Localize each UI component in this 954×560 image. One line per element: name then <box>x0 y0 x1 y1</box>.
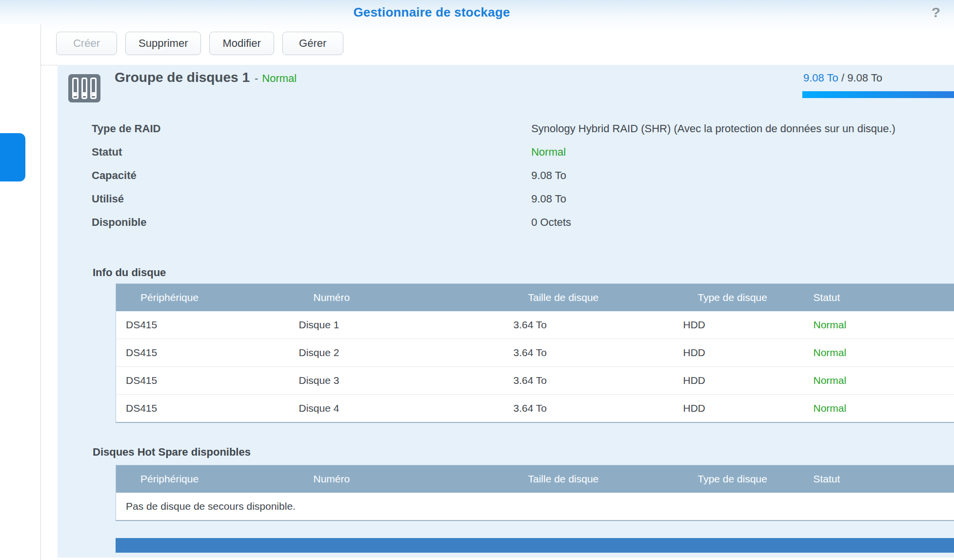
detail-row: Disponible0 Octets <box>92 211 921 234</box>
table-row: DS415Disque 43.64 ToHDDNormal <box>116 395 954 422</box>
help-icon[interactable]: ? <box>932 4 940 20</box>
table-cell: Disque 1 <box>289 311 504 339</box>
table-cell: DS415 <box>116 339 289 367</box>
status-separator: - <box>255 72 258 84</box>
hot-spare-table: PériphériqueNuméroTaille de disqueType d… <box>116 465 954 521</box>
table-cell: Normal <box>804 311 954 339</box>
detail-label: Disponible <box>92 211 531 234</box>
usage-progress-bar <box>802 91 954 98</box>
disk-info-table: PériphériqueNuméroTaille de disqueType d… <box>116 283 954 423</box>
detail-row: Utilisé9.08 To <box>92 187 921 211</box>
disk-group-status: Normal <box>262 72 297 84</box>
create-button[interactable]: Créer <box>56 32 117 55</box>
table-cell: HDD <box>674 311 804 339</box>
table-cell: Disque 2 <box>289 339 504 367</box>
table-cell: Normal <box>804 367 954 395</box>
disk-group-icon <box>68 74 100 102</box>
table-empty-cell: Pas de disque de secours disponible. <box>116 493 954 520</box>
usage-used: 9.08 To <box>803 72 838 84</box>
detail-row: Capacité9.08 To <box>92 164 921 187</box>
detail-value: 0 Octets <box>531 211 921 234</box>
table-cell: HDD <box>674 367 804 395</box>
table-empty-row: Pas de disque de secours disponible. <box>116 493 954 520</box>
delete-button[interactable]: Supprimer <box>125 32 201 55</box>
column-header: Périphérique <box>116 465 289 493</box>
disk-group-panel: Groupe de disques 1-Normal 9.08 To / 9.0… <box>58 65 954 558</box>
table-row: DS415Disque 13.64 ToHDDNormal <box>116 311 954 339</box>
disk-group-header[interactable]: Groupe de disques 1-Normal <box>115 70 297 85</box>
table-cell: HDD <box>674 395 804 422</box>
usage-total: 9.08 To <box>847 72 882 84</box>
column-header: Taille de disque <box>504 465 674 493</box>
detail-value: 9.08 To <box>531 164 921 187</box>
table-cell: 3.64 To <box>504 395 674 422</box>
window-title: Gestionnaire de stockage <box>0 5 863 20</box>
table-header-row: PériphériqueNuméroTaille de disqueType d… <box>116 465 954 493</box>
column-header: Statut <box>804 465 954 493</box>
sidebar <box>0 24 41 560</box>
toolbar: CréerSupprimerModifierGérer <box>41 24 954 65</box>
detail-value: 9.08 To <box>531 187 921 211</box>
table-cell: DS415 <box>116 395 289 422</box>
disk-bay-icon <box>90 78 97 99</box>
table-cell: Disque 3 <box>289 367 504 395</box>
detail-row: StatutNormal <box>92 140 921 164</box>
disk-bay-icon <box>72 78 79 99</box>
table-cell: 3.64 To <box>504 367 674 395</box>
detail-row: Type de RAIDSynology Hybrid RAID (SHR) (… <box>92 117 921 140</box>
column-header: Périphérique <box>116 284 289 311</box>
column-header: Type de disque <box>674 284 804 311</box>
column-header: Statut <box>804 284 954 311</box>
disk-group-title: Groupe de disques 1 <box>115 70 250 85</box>
detail-label: Type de RAID <box>92 117 531 140</box>
table-row: DS415Disque 33.64 ToHDDNormal <box>116 367 954 395</box>
modify-button[interactable]: Modifier <box>209 32 274 55</box>
detail-label: Capacité <box>92 164 531 187</box>
next-section-bar[interactable] <box>116 538 954 553</box>
table-header-row: PériphériqueNuméroTaille de disqueType d… <box>116 284 954 311</box>
detail-label: Statut <box>92 140 531 164</box>
detail-value: Synology Hybrid RAID (SHR) (Avec la prot… <box>531 117 921 140</box>
hot-spare-heading: Disques Hot Spare disponibles <box>93 446 251 459</box>
detail-label: Utilisé <box>92 187 531 211</box>
detail-value: Normal <box>531 140 921 164</box>
column-header: Numéro <box>289 465 504 493</box>
table-cell: Disque 4 <box>289 395 504 422</box>
column-header: Taille de disque <box>504 284 674 311</box>
usage-divider: / <box>838 72 847 84</box>
column-header: Numéro <box>289 284 504 311</box>
table-cell: DS415 <box>116 367 289 395</box>
toolbar-buttons: CréerSupprimerModifierGérer <box>56 32 343 55</box>
column-header: Type de disque <box>674 465 804 493</box>
disk-group-details: Type de RAIDSynology Hybrid RAID (SHR) (… <box>92 117 921 234</box>
manage-button[interactable]: Gérer <box>282 32 343 55</box>
disk-bay-icon <box>81 78 88 99</box>
table-cell: 3.64 To <box>504 339 674 367</box>
table-cell: Normal <box>804 339 954 367</box>
table-row: DS415Disque 23.64 ToHDDNormal <box>116 339 954 367</box>
disk-info-heading: Info du disque <box>93 266 166 279</box>
table-cell: Normal <box>804 395 954 422</box>
table-cell: HDD <box>674 339 804 367</box>
sidebar-selected-item[interactable] <box>0 133 25 181</box>
table-cell: DS415 <box>116 311 289 339</box>
table-cell: 3.64 To <box>504 311 674 339</box>
usage-text: 9.08 To / 9.08 To <box>803 72 882 84</box>
